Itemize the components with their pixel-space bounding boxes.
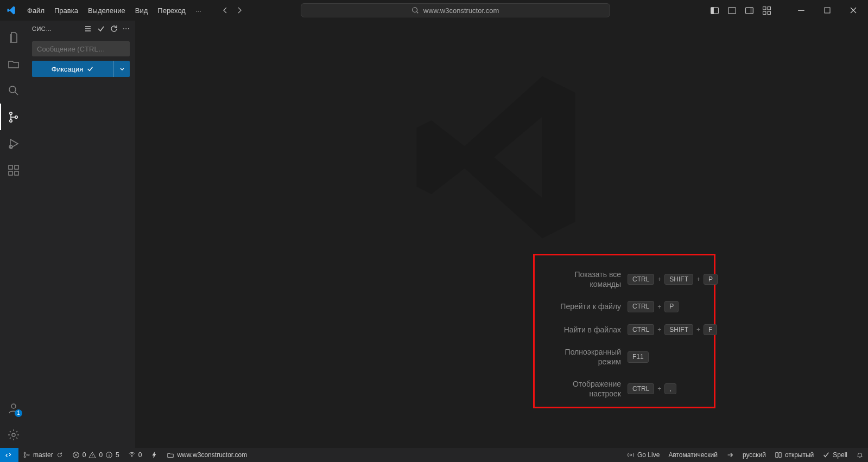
menu: Файл Правка Выделение Вид Переход ··· bbox=[23, 5, 206, 16]
layout-right-icon[interactable] bbox=[743, 4, 755, 16]
svg-point-22 bbox=[24, 452, 26, 454]
svg-point-20 bbox=[11, 404, 16, 408]
status-lang-arrow[interactable] bbox=[722, 448, 738, 462]
commit-message-input[interactable] bbox=[32, 41, 130, 56]
status-branch[interactable]: master bbox=[18, 448, 68, 462]
nav-back-icon[interactable] bbox=[221, 6, 230, 15]
svg-point-23 bbox=[24, 456, 26, 458]
status-auto[interactable]: Автоматический bbox=[664, 448, 722, 462]
svg-point-13 bbox=[9, 119, 11, 121]
keycap: F11 bbox=[628, 351, 649, 362]
command-center[interactable]: www.w3constructor.com bbox=[301, 3, 610, 17]
radio-icon bbox=[128, 451, 136, 459]
status-remote[interactable] bbox=[0, 448, 18, 462]
shortcut-label: Найти в файлах bbox=[542, 325, 621, 335]
svg-rect-3 bbox=[728, 7, 736, 14]
commit-button-more[interactable] bbox=[113, 61, 130, 77]
key-plus: + bbox=[657, 303, 661, 311]
shortcut-row: Найти в файлахCTRL+SHIFT+F bbox=[542, 324, 706, 335]
svg-rect-5 bbox=[750, 7, 753, 14]
status-language[interactable]: русский bbox=[738, 448, 770, 462]
svg-rect-18 bbox=[15, 171, 18, 175]
shortcut-keys: F11 bbox=[628, 351, 649, 362]
svg-rect-16 bbox=[9, 165, 12, 169]
scm-commit-icon[interactable] bbox=[97, 24, 105, 33]
menu-file[interactable]: Файл bbox=[23, 5, 49, 16]
activity-search[interactable] bbox=[0, 77, 27, 104]
commit-button[interactable]: Фиксация bbox=[32, 61, 113, 77]
svg-point-28 bbox=[630, 454, 632, 456]
activity-extensions[interactable] bbox=[0, 157, 27, 183]
shortcut-keys: CTRL+, bbox=[628, 383, 676, 394]
window-maximize-icon[interactable] bbox=[817, 1, 838, 20]
sync-icon bbox=[56, 451, 64, 459]
key-plus: + bbox=[657, 326, 661, 333]
status-problems[interactable]: 0 0 5 bbox=[68, 448, 124, 462]
menu-view[interactable]: Вид bbox=[131, 5, 153, 16]
command-center-text: www.w3constructor.com bbox=[423, 7, 499, 15]
activity-scm[interactable] bbox=[0, 104, 27, 130]
shortcut-label: Показать все команды bbox=[542, 270, 621, 289]
activity-explorer[interactable] bbox=[0, 24, 27, 50]
editor-area: Показать все командыCTRL+SHIFT+PПерейти … bbox=[135, 21, 868, 448]
keycap: CTRL bbox=[628, 301, 654, 312]
shortcut-row: Отображение настроекCTRL+, bbox=[542, 379, 706, 399]
scm-view-tree-icon[interactable] bbox=[84, 24, 92, 33]
search-icon bbox=[411, 7, 419, 14]
error-icon bbox=[72, 451, 80, 459]
scm-more-icon[interactable]: ··· bbox=[123, 24, 130, 34]
status-ports[interactable]: 0 bbox=[124, 448, 147, 462]
key-plus: + bbox=[696, 275, 700, 283]
status-path[interactable]: www.w3constructor.com bbox=[162, 448, 251, 462]
shortcut-label: Полноэкранный режим bbox=[542, 347, 621, 367]
svg-point-24 bbox=[28, 454, 29, 456]
menu-go[interactable]: Переход bbox=[153, 5, 190, 16]
check-icon bbox=[86, 65, 94, 73]
status-open[interactable]: открытый bbox=[770, 448, 818, 462]
layout-left-icon[interactable] bbox=[708, 4, 720, 16]
bell-icon bbox=[856, 451, 864, 459]
activity-run-debug[interactable] bbox=[0, 130, 27, 157]
activity-settings[interactable] bbox=[0, 421, 27, 448]
svg-rect-9 bbox=[768, 11, 770, 14]
status-bell[interactable] bbox=[852, 448, 868, 462]
sidebar-title: СИС… bbox=[32, 25, 80, 32]
status-golive[interactable]: Go Live bbox=[623, 448, 664, 462]
layout-bottom-icon[interactable] bbox=[726, 4, 738, 16]
menu-more[interactable]: ··· bbox=[191, 5, 206, 16]
activity-folder[interactable] bbox=[0, 50, 27, 77]
keycap: P bbox=[704, 274, 718, 285]
book-icon bbox=[775, 451, 782, 459]
svg-point-14 bbox=[15, 116, 17, 118]
keycap: SHIFT bbox=[664, 274, 693, 285]
svg-rect-7 bbox=[768, 7, 770, 9]
keycap: CTRL bbox=[628, 383, 654, 394]
menu-selection[interactable]: Выделение bbox=[84, 5, 130, 16]
key-plus: + bbox=[696, 326, 700, 333]
key-plus: + bbox=[657, 385, 661, 393]
shortcut-keys: CTRL+P bbox=[628, 301, 679, 312]
svg-rect-17 bbox=[9, 171, 12, 175]
menu-edit[interactable]: Правка bbox=[50, 5, 83, 16]
window-minimize-icon[interactable]: ─ bbox=[791, 1, 812, 20]
svg-rect-10 bbox=[825, 8, 830, 13]
scm-refresh-icon[interactable] bbox=[110, 24, 118, 33]
status-bolt[interactable] bbox=[146, 448, 162, 462]
svg-point-0 bbox=[413, 8, 417, 12]
layout-customize-icon[interactable] bbox=[761, 4, 772, 16]
svg-rect-8 bbox=[763, 11, 765, 14]
commit-button-label: Фиксация bbox=[52, 65, 83, 73]
svg-rect-2 bbox=[711, 7, 713, 14]
svg-point-12 bbox=[9, 112, 11, 114]
activity-accounts[interactable]: 1 bbox=[0, 395, 27, 421]
nav-forward-icon[interactable] bbox=[235, 6, 244, 15]
keycap: P bbox=[664, 301, 679, 312]
broadcast-icon bbox=[627, 451, 635, 459]
keycap: , bbox=[664, 383, 676, 394]
window-close-icon[interactable] bbox=[843, 1, 864, 20]
keycap: SHIFT bbox=[664, 324, 693, 335]
shortcut-label: Отображение настроек bbox=[542, 379, 621, 399]
status-spell[interactable]: Spell bbox=[818, 448, 852, 462]
info-icon bbox=[105, 451, 113, 459]
accounts-badge: 1 bbox=[15, 409, 22, 417]
